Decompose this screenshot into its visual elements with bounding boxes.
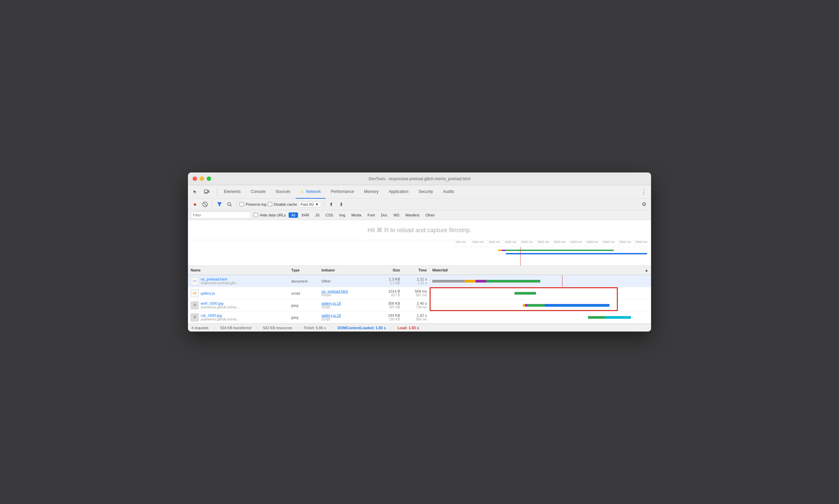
table-row[interactable]: JS gallery.js script no_preload.html Par… — [188, 287, 651, 299]
preserve-log-checkbox[interactable] — [239, 202, 244, 206]
file-icon-html: </> — [191, 277, 199, 285]
devtools-window: DevTools - responsive-preload.glitch.me/… — [188, 173, 651, 331]
col-header-time[interactable]: Time — [403, 268, 430, 272]
filter-type-js[interactable]: JS — [313, 212, 322, 218]
filename-gallery-js: gallery.js — [201, 291, 215, 295]
status-requests: 4 requests — [191, 326, 209, 330]
tab-security[interactable]: Security — [414, 185, 438, 199]
tab-audits[interactable]: Audits — [438, 185, 459, 199]
tab-application[interactable]: Application — [384, 185, 413, 199]
initiator-link-wolf[interactable]: gallery.js:18 — [322, 301, 370, 305]
toolbar-separator-1 — [212, 201, 212, 208]
tl-tick-1000: 1000 ms — [471, 240, 488, 247]
col-header-size[interactable]: Size — [373, 268, 403, 272]
timeline-graph — [455, 247, 651, 266]
filter-type-doc[interactable]: Doc — [378, 212, 390, 218]
device-icon-button[interactable] — [202, 187, 211, 197]
download-button[interactable]: ⬇ — [337, 200, 346, 209]
table-row[interactable]: 🖼 wolf_1600.jpg yoavweiss.github.io/ima.… — [188, 299, 651, 311]
row-size-no-preload: 1.3 KB 1.2 KB — [373, 275, 403, 287]
row-waterfall-wolf-jpg — [430, 299, 651, 311]
hide-data-urls-label[interactable]: Hide data URLs — [254, 213, 286, 217]
filter-bar: Hide data URLs All XHR JS CSS Img Media … — [188, 210, 651, 220]
stop-button[interactable] — [201, 200, 210, 209]
filter-icon-button[interactable] — [215, 200, 224, 209]
close-button[interactable] — [193, 177, 197, 181]
svg-rect-0 — [204, 190, 208, 193]
tl-tick-500: 500 ms — [455, 240, 471, 247]
file-icon-js: JS — [191, 289, 199, 297]
filmstrip-message: Hit ⌘ R to reload and capture filmstrip. — [368, 227, 471, 234]
filter-type-ws[interactable]: WS — [391, 212, 402, 218]
col-header-name[interactable]: Name — [188, 268, 289, 272]
disable-cache-label[interactable]: Disable cache — [268, 202, 297, 206]
cursor-icon-button[interactable] — [191, 187, 200, 197]
wf-bar-gallery-js — [515, 292, 536, 294]
col-header-type[interactable]: Type — [289, 268, 319, 272]
tl-tick-6000: 6000 ms — [635, 240, 651, 247]
tab-elements[interactable]: Elements — [219, 185, 245, 199]
disable-cache-checkbox[interactable] — [268, 202, 272, 206]
tab-console[interactable]: Console — [246, 185, 270, 199]
filter-type-css[interactable]: CSS — [323, 212, 336, 218]
filter-type-font[interactable]: Font — [365, 212, 378, 218]
file-icon-wolf: 🖼 — [191, 301, 199, 309]
timeline-wrapper: 500 ms 1000 ms 1500 ms 2000 ms 2500 ms 3… — [188, 240, 651, 266]
filter-type-media[interactable]: Media — [349, 212, 364, 218]
search-button[interactable] — [225, 200, 234, 209]
filter-type-other[interactable]: Other — [423, 212, 438, 218]
status-transferred: 504 KB transferred — [220, 326, 251, 330]
more-tabs-button[interactable]: ⋮ — [639, 187, 648, 197]
filter-type-all[interactable]: All — [289, 212, 298, 218]
tab-sources[interactable]: Sources — [271, 185, 295, 199]
preserve-log-label[interactable]: Preserve log — [239, 202, 266, 206]
filter-input[interactable] — [191, 211, 251, 219]
filter-type-manifest[interactable]: Manifest — [403, 212, 422, 218]
toolbar-separator-2 — [237, 201, 237, 208]
row-initiator-no-preload: Other — [319, 275, 373, 287]
row-name-gallery-js: JS gallery.js — [188, 287, 289, 299]
row-type-gallery-js: script — [289, 287, 319, 299]
wf-no-preload — [432, 279, 648, 284]
url-cat-jpg: yoavweiss.github.io/ima... — [201, 318, 239, 321]
row-time-wolf-jpg: 2.40 s 738 ms — [403, 299, 430, 311]
row-initiator-wolf-jpg: gallery.js:18 Script — [319, 299, 373, 311]
tab-performance[interactable]: Performance — [326, 185, 359, 199]
col-header-initiator[interactable]: Initiator — [319, 268, 373, 272]
filename-cat-jpg: cat_1600.jpg — [201, 313, 239, 318]
row-time-gallery-js: 568 ms 567 ms — [403, 287, 430, 299]
network-table: Name Type Initiator Size Time Waterfall … — [188, 266, 651, 323]
wf-red-line — [562, 275, 563, 287]
tl-tick-3500: 3500 ms — [553, 240, 570, 247]
col-header-waterfall[interactable]: Waterfall ▲ — [430, 268, 651, 272]
window-title: DevTools - responsive-preload.glitch.me/… — [369, 177, 470, 181]
initiator-link-gallery-js[interactable]: no_preload.html — [322, 289, 370, 293]
svg-rect-1 — [208, 191, 209, 192]
row-size-wolf-jpg: 308 KB 307 KB — [373, 299, 403, 311]
tl-red-line — [520, 247, 520, 266]
hide-data-urls-checkbox[interactable] — [254, 213, 258, 217]
maximize-button[interactable] — [207, 177, 211, 181]
row-waterfall-no-preload — [430, 275, 651, 287]
filter-type-img[interactable]: Img — [337, 212, 348, 218]
wf-bar-download — [486, 280, 540, 283]
filter-types: All XHR JS CSS Img Media Font Doc WS Man… — [289, 212, 438, 218]
minimize-button[interactable] — [200, 177, 204, 181]
upload-button[interactable]: ⬆ — [327, 200, 336, 209]
table-row[interactable]: 🖼 cat_1600.jpg yoavweiss.github.io/ima..… — [188, 311, 651, 323]
settings-button[interactable]: ⚙ — [640, 200, 648, 209]
throttle-dropdown[interactable]: Fast 3G ▼ — [298, 201, 321, 208]
table-row[interactable]: </> no_preload.html responsive-preload.g… — [188, 275, 651, 287]
status-dcl: DOMContentLoaded: 1.83 s — [338, 326, 386, 330]
wf-wolf-green — [527, 304, 545, 307]
tl-tick-2500: 2500 ms — [520, 240, 537, 247]
tab-network[interactable]: ⚠ Network — [296, 185, 325, 199]
wf-cat-green — [588, 316, 605, 319]
tab-memory[interactable]: Memory — [359, 185, 383, 199]
initiator-link-cat[interactable]: gallery.js:18 — [322, 313, 370, 318]
row-type-no-preload: document — [289, 275, 319, 287]
row-size-gallery-js: 1014 B 827 B — [373, 287, 403, 299]
record-button[interactable]: ● — [191, 200, 199, 209]
filter-type-xhr[interactable]: XHR — [299, 212, 312, 218]
url-no-preload: responsive-preload.glitc... — [201, 281, 239, 285]
